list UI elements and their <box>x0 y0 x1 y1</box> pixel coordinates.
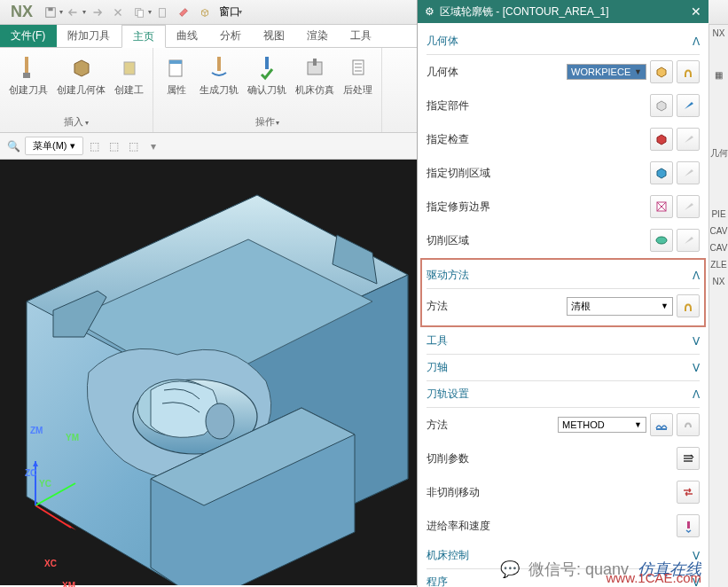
edge-zle: ZLE <box>710 260 726 270</box>
edge-cav2: CAV <box>710 243 728 253</box>
postprocess-button[interactable]: 后处理 <box>341 51 374 98</box>
dropdown-arrow-icon[interactable]: ▾ <box>239 8 242 16</box>
svg-rect-25 <box>690 74 692 77</box>
redo-icon[interactable] <box>88 4 106 21</box>
show-part-button[interactable] <box>677 94 700 117</box>
method-edit-button[interactable] <box>677 413 700 436</box>
show-cutarea-button[interactable] <box>677 161 700 184</box>
dialog-body: 几何体 ᐱ 几何体 WORKPIECE▼ 指定部件 指定检查 <box>418 23 708 587</box>
noncut-button[interactable] <box>677 481 700 504</box>
mini-icon[interactable]: ⬚ <box>87 138 103 154</box>
select-part-button[interactable] <box>650 94 673 117</box>
row-drive-method: 方法 清根▼ <box>427 289 700 323</box>
row-noncut: 非切削移动 <box>427 475 700 509</box>
properties-button[interactable]: 属性 <box>160 51 192 98</box>
edit-drive-button[interactable] <box>677 294 700 317</box>
edge-icon[interactable]: ▦ <box>715 70 723 80</box>
save-icon[interactable] <box>42 4 59 21</box>
edge-nx2: NX <box>713 277 725 286</box>
dropdown-arrow-icon[interactable]: ▾ <box>148 8 152 16</box>
window-label[interactable]: 窗口 <box>219 4 240 20</box>
generate-toolpath-button[interactable]: 生成刀轨 <box>198 51 240 98</box>
tab-tool[interactable]: 工具 <box>340 25 383 47</box>
svg-rect-13 <box>313 59 317 66</box>
cut-params-button[interactable] <box>677 447 700 470</box>
dialog-titlebar[interactable]: ⚙ 区域轮廓铣 - [CONTOUR_AREA_1] ✕ <box>418 0 708 23</box>
row-trim: 指定修剪边界 <box>427 190 700 223</box>
group-label-ops: 操作 ▾ <box>160 115 374 129</box>
svg-rect-5 <box>25 57 28 74</box>
eraser-icon[interactable] <box>175 4 192 21</box>
mini-icon[interactable]: ⬚ <box>126 138 142 154</box>
svg-rect-31 <box>687 521 690 528</box>
tab-analyze[interactable]: 分析 <box>209 25 253 47</box>
verify-toolpath-button[interactable]: 确认刀轨 <box>246 51 288 98</box>
svg-rect-1 <box>48 7 52 11</box>
select-geometry-button[interactable] <box>650 60 673 83</box>
tab-file[interactable]: 文件(F) <box>0 25 57 47</box>
select-cutarea-button[interactable] <box>650 161 673 184</box>
dialog-title-text: 区域轮廓铣 - [CONTOUR_AREA_1] <box>440 4 608 20</box>
dropdown-arrow-icon[interactable]: ▾ <box>59 8 63 16</box>
svg-rect-11 <box>265 57 269 69</box>
chevron-up-icon: ᐱ <box>693 388 700 401</box>
geometry-combo[interactable]: WORKPIECE▼ <box>567 64 646 80</box>
tab-addon[interactable]: 附加刀具 <box>57 25 121 47</box>
machine-sim-button[interactable]: 机床仿真 <box>294 51 336 98</box>
geometry-icon <box>67 53 96 82</box>
feed-button[interactable] <box>677 514 700 537</box>
method-inherit-button[interactable] <box>650 413 673 436</box>
3d-viewport[interactable]: ZM YM ZC YC XC XM <box>0 160 417 585</box>
section-drive[interactable]: 驱动方法 ᐱ <box>427 262 700 289</box>
ribbon-group-insert: 创建刀具 创建几何体 创建工 插入 ▾ <box>0 48 153 132</box>
row-cutarea2: 切削区域 <box>427 223 700 257</box>
wechat-icon: 💬 <box>500 560 520 579</box>
machine-icon <box>301 53 329 82</box>
cutarea2-button[interactable] <box>650 229 673 252</box>
svg-rect-7 <box>124 62 135 74</box>
edit-geometry-button[interactable] <box>677 60 700 83</box>
path-method-combo[interactable]: METHOD▼ <box>558 417 646 433</box>
drive-method-combo[interactable]: 清根▼ <box>567 297 673 316</box>
create-op-button[interactable]: 创建工 <box>113 51 145 98</box>
section-geometry[interactable]: 几何体 ᐱ <box>427 28 700 55</box>
edge-pie: PIE <box>711 209 725 219</box>
mini-icon[interactable]: ⬚ <box>106 138 122 154</box>
show-cutarea2-button[interactable] <box>677 229 700 252</box>
show-check-button[interactable] <box>677 128 700 151</box>
svg-rect-9 <box>169 60 182 64</box>
show-trim-button[interactable] <box>677 195 700 218</box>
cut-icon[interactable] <box>109 4 127 21</box>
copy-icon[interactable] <box>130 4 148 21</box>
svg-rect-28 <box>685 309 686 311</box>
section-tool[interactable]: 工具 ᐯ <box>427 328 700 355</box>
row-geometry: 几何体 WORKPIECE▼ <box>427 55 700 89</box>
gear-icon: ⚙ <box>425 5 434 18</box>
tab-home[interactable]: 主页 <box>121 25 166 48</box>
svg-rect-10 <box>217 57 221 71</box>
tab-render[interactable]: 渲染 <box>296 25 340 47</box>
box-icon[interactable] <box>196 4 214 21</box>
axis-zm: ZM <box>30 426 43 435</box>
close-icon[interactable]: ✕ <box>691 4 701 19</box>
section-axis[interactable]: 刀轴 ᐯ <box>427 355 700 381</box>
tab-curve[interactable]: 曲线 <box>166 25 209 47</box>
undo-icon[interactable] <box>65 4 82 21</box>
tab-view[interactable]: 视图 <box>253 25 296 47</box>
finder-icon[interactable]: 🔍 <box>5 138 21 154</box>
create-tool-button[interactable]: 创建刀具 <box>7 51 50 98</box>
create-geometry-button[interactable]: 创建几何体 <box>55 51 107 98</box>
dropdown-arrow-icon[interactable]: ▾ <box>82 8 86 16</box>
paste-icon[interactable] <box>153 4 171 21</box>
row-cutarea: 指定切削区域 <box>427 156 700 190</box>
svg-rect-30 <box>656 428 667 430</box>
select-check-button[interactable] <box>650 128 673 151</box>
mini-icon[interactable]: ▾ <box>145 138 161 154</box>
axis-xc: XC <box>44 559 57 568</box>
contour-area-dialog: ⚙ 区域轮廓铣 - [CONTOUR_AREA_1] ✕ 几何体 ᐱ 几何体 W… <box>417 0 708 587</box>
chevron-down-icon: ᐯ <box>693 362 700 374</box>
section-path[interactable]: 刀轨设置 ᐱ <box>427 381 700 408</box>
axis-ym: YM <box>66 433 79 442</box>
select-trim-button[interactable] <box>650 195 673 218</box>
menu-button[interactable]: 菜单(M) ▾ <box>25 137 83 155</box>
